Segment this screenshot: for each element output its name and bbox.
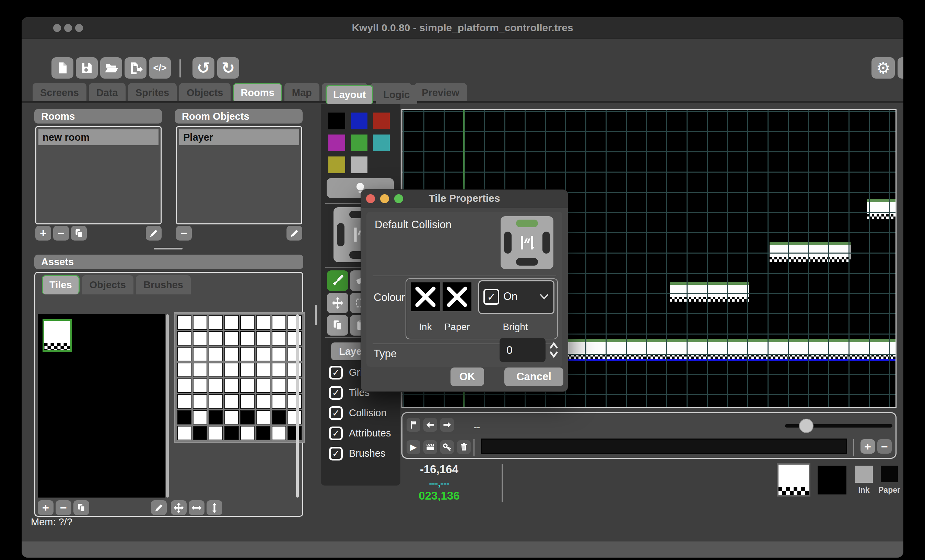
room-object-item[interactable]: Player (179, 129, 299, 145)
editor-tab-logic[interactable]: Logic (376, 85, 417, 104)
pixel-cell-2-6[interactable] (272, 347, 286, 361)
collision-top-bar-active[interactable] (516, 220, 538, 227)
ink-color-swatch[interactable] (855, 466, 873, 483)
pixel-cell-6-2[interactable] (209, 410, 223, 425)
paper-colour-button[interactable] (443, 282, 472, 311)
layer-checkbox-collision[interactable]: ✓ (329, 406, 343, 420)
copy-tool-button[interactable] (327, 315, 348, 336)
pixel-cell-3-2[interactable] (209, 363, 223, 377)
zoom-in-button[interactable]: + (860, 439, 875, 454)
info-button[interactable]: i (898, 57, 903, 78)
default-collision-widget[interactable] (500, 216, 553, 269)
code-button[interactable]: </> (149, 57, 171, 78)
platform-1[interactable] (770, 242, 851, 262)
paint-tool-button[interactable] (327, 270, 348, 291)
layer-checkbox-tiles[interactable]: ✓ (329, 386, 343, 400)
pixel-cell-6-1[interactable] (193, 410, 207, 425)
tab-objects[interactable]: Objects (179, 83, 230, 102)
pixel-cell-2-5[interactable] (256, 347, 270, 361)
pixel-cell-5-3[interactable] (224, 394, 239, 409)
remove-asset-button[interactable]: − (56, 500, 71, 515)
palette-swatch-0[interactable] (328, 113, 345, 129)
collision-left-bar[interactable] (337, 223, 345, 246)
pixel-cell-1-5[interactable] (256, 331, 270, 346)
pixel-cell-4-6[interactable] (272, 378, 286, 393)
pixel-cell-0-4[interactable] (240, 315, 255, 330)
settings-button[interactable]: ⚙ (871, 57, 895, 78)
pixel-cell-5-6[interactable] (272, 394, 286, 409)
zoom-out-button[interactable]: − (877, 439, 892, 454)
pixel-cell-1-1[interactable] (193, 331, 207, 346)
timeline-bar[interactable] (481, 438, 847, 454)
edit-object-button[interactable] (286, 226, 302, 241)
pixel-cell-3-0[interactable] (177, 363, 191, 377)
pixel-cell-0-6[interactable] (272, 315, 286, 330)
pixel-cell-2-0[interactable] (177, 347, 191, 361)
add-asset-button[interactable]: + (38, 500, 54, 515)
export-button[interactable] (125, 57, 146, 78)
pixel-cell-1-4[interactable] (240, 331, 255, 346)
remove-object-button[interactable]: − (176, 226, 192, 241)
undo-button[interactable]: ↺ (193, 57, 214, 78)
nav-back-button[interactable] (423, 418, 437, 432)
pixel-cell-3-5[interactable] (256, 363, 270, 377)
move-tile-button[interactable] (171, 500, 187, 515)
pixel-cell-0-1[interactable] (193, 315, 207, 330)
tile-pixel-editor[interactable] (174, 312, 305, 443)
zoom-slider-thumb[interactable] (799, 418, 814, 433)
pixel-cell-4-5[interactable] (256, 378, 270, 393)
redo-button[interactable]: ↻ (217, 57, 239, 78)
tab-data[interactable]: Data (89, 83, 126, 102)
pixel-cell-2-2[interactable] (209, 347, 223, 361)
room-objects-list[interactable]: Player (176, 126, 302, 224)
pixel-cell-6-7[interactable] (288, 410, 302, 425)
tab-sprites[interactable]: Sprites (128, 83, 177, 102)
key-button[interactable] (440, 440, 454, 454)
record-button[interactable] (423, 440, 437, 454)
pixel-cell-7-4[interactable] (240, 426, 255, 440)
pixel-cell-7-6[interactable] (272, 426, 286, 440)
flag-button[interactable] (407, 418, 420, 432)
assets-tab-tiles[interactable]: Tiles (42, 275, 80, 294)
pixel-cell-7-2[interactable] (209, 426, 223, 440)
pixel-cell-3-1[interactable] (193, 363, 207, 377)
pixel-cell-3-7[interactable] (288, 363, 302, 377)
pixel-cell-5-0[interactable] (177, 394, 191, 409)
pixel-cell-4-2[interactable] (209, 378, 223, 393)
tile-list[interactable] (38, 314, 166, 498)
column-resize-handle[interactable] (315, 305, 317, 325)
pixel-cell-5-1[interactable] (193, 394, 207, 409)
pixel-cell-6-5[interactable] (256, 410, 270, 425)
palette-swatch-1[interactable] (351, 113, 368, 129)
ink-colour-button[interactable] (411, 282, 440, 311)
pixel-cell-6-3[interactable] (224, 410, 239, 425)
add-room-button[interactable]: + (35, 226, 51, 241)
palette-swatch-2[interactable] (373, 113, 390, 129)
save-button[interactable] (76, 57, 98, 78)
nav-forward-button[interactable] (440, 418, 454, 432)
new-file-button[interactable] (51, 57, 74, 78)
edit-asset-button[interactable] (151, 500, 167, 515)
pixel-cell-4-4[interactable] (240, 378, 255, 393)
move-tool-button[interactable] (327, 293, 348, 313)
pixel-cell-5-4[interactable] (240, 394, 255, 409)
pixel-cell-6-0[interactable] (177, 410, 191, 425)
layer-checkbox-grid[interactable]: ✓ (329, 366, 343, 379)
pixel-cell-3-6[interactable] (272, 363, 286, 377)
pixel-cell-7-0[interactable] (177, 426, 191, 440)
editor-tab-layout[interactable]: Layout (325, 85, 373, 104)
palette-swatch-6[interactable] (328, 157, 345, 173)
cancel-button[interactable]: Cancel (505, 367, 563, 386)
tab-preview[interactable]: Preview (414, 83, 467, 102)
pixel-cell-0-0[interactable] (177, 315, 191, 330)
pixel-cell-4-0[interactable] (177, 378, 191, 393)
palette-swatch-4[interactable] (351, 134, 368, 151)
collision-left-bar[interactable] (504, 232, 512, 254)
palette-swatch-3[interactable] (328, 134, 345, 151)
pixel-cell-2-1[interactable] (193, 347, 207, 361)
type-stepper[interactable] (549, 341, 559, 361)
duplicate-room-button[interactable] (71, 226, 87, 241)
pixel-cell-6-6[interactable] (272, 410, 286, 425)
bright-dropdown[interactable]: ✓ On (478, 280, 554, 314)
flip-vertical-button[interactable] (206, 500, 222, 515)
